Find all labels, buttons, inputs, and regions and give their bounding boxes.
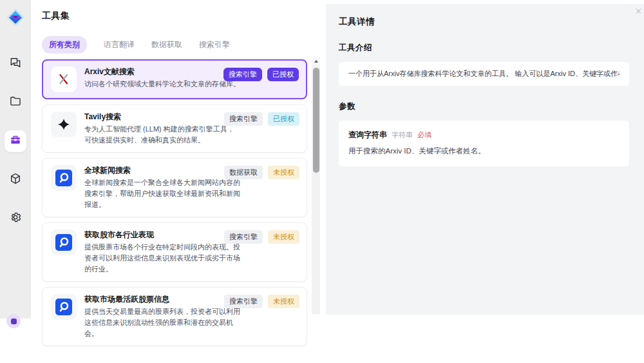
sidebar-nav <box>0 53 31 230</box>
cube-icon <box>9 172 22 188</box>
params-heading: 参数 <box>339 101 629 112</box>
tool-details-panel: 工具详情 工具介绍 一个用于从Arxiv存储库搜索科学论文和文章的工具。 输入可… <box>326 4 644 315</box>
tab-2[interactable]: 数据获取 <box>151 39 182 50</box>
category-tabs: 所有类别语言翻译数据获取搜索引擎 <box>42 36 326 54</box>
tool-description: 全球新闻搜索是一个聚合全球各大新闻网站内容的搜索引擎，帮助用户快速获取全球最新资… <box>84 177 240 210</box>
tool-status-badge: 已授权 <box>267 68 299 81</box>
param-name: 查询字符串 <box>348 130 387 141</box>
tool-status-badge: 未授权 <box>268 295 299 308</box>
q-logo-icon <box>51 294 77 320</box>
toolset-panel: 工具集 所有类别语言翻译数据获取搜索引擎 Arxiv文献搜索 访问各个研究领域大… <box>31 0 326 319</box>
q-logo-icon <box>51 165 77 191</box>
param-card: 查询字符串 字符串 必填 用于搜索的Arxiv ID、关键字或作者姓名。 <box>339 121 629 166</box>
param-description: 用于搜索的Arxiv ID、关键字或作者姓名。 <box>348 146 620 156</box>
scroll-up-arrow-icon[interactable] <box>312 57 320 66</box>
tool-card[interactable]: Arxiv文献搜索 访问各个研究领域大量科学论文和文章的存储库。 搜索引擎 已授… <box>42 59 307 99</box>
param-required-badge: 必填 <box>417 130 431 140</box>
tab-0[interactable]: 所有类别 <box>42 36 87 54</box>
tab-1[interactable]: 语言翻译 <box>104 39 135 50</box>
folder-icon <box>9 95 22 110</box>
tool-card[interactable]: 获取市场最活跃股票信息 提供当天交易量最高的股票列表，投资者可以利用这些信息来识… <box>42 287 307 346</box>
param-type: 字符串 <box>392 130 413 140</box>
tool-card[interactable]: 获取股市各行业表现 提供股票市场各个行业在特定时间段内的表现。投资者可以利用这些… <box>42 222 307 282</box>
toolbox-icon <box>9 133 22 149</box>
tool-description: 提供当天交易量最高的股票列表，投资者可以利用这些信息来识别流动性强的股票和潜在的… <box>84 306 240 339</box>
tool-card[interactable]: 全球新闻搜索 全球新闻搜索是一个聚合全球各大新闻网站内容的搜索引擎，帮助用户快速… <box>42 158 307 217</box>
tool-status-badge: 已授权 <box>268 112 299 126</box>
tool-category-badge: 搜索引擎 <box>223 68 262 81</box>
intro-card: 一个用于从Arxiv存储库搜索科学论文和文章的工具。 输入可以是Arxiv ID… <box>339 62 629 86</box>
sidebar-item-plugins[interactable] <box>5 169 26 191</box>
tool-name: 获取市场最活跃股票信息 <box>84 294 240 304</box>
intro-text: 一个用于从Arxiv存储库搜索科学论文和文章的工具。 输入可以是Arxiv ID… <box>348 69 620 79</box>
tool-description: 提供股票市场各个行业在特定时间段内的表现。投资者可以利用这些信息来识别表现优于或… <box>84 242 240 275</box>
param-item: 查询字符串 字符串 必填 用于搜索的Arxiv ID、关键字或作者姓名。 <box>348 130 620 156</box>
tool-name: Tavily搜索 <box>84 112 240 122</box>
tool-category-badge: 搜索引擎 <box>224 112 263 126</box>
sidebar-item-files[interactable] <box>5 92 26 113</box>
tool-name: 获取股市各行业表现 <box>84 230 240 240</box>
sidebar-item-chat[interactable] <box>5 53 26 75</box>
tool-category-badge: 搜索引擎 <box>224 230 263 244</box>
avatar-glyph <box>11 319 17 324</box>
avatar[interactable] <box>6 314 21 328</box>
tool-list: Arxiv文献搜索 访问各个研究领域大量科学论文和文章的存储库。 搜索引擎 已授… <box>42 59 307 346</box>
app-screen: 工具集 所有类别语言翻译数据获取搜索引擎 Arxiv文献搜索 访问各个研究领域大… <box>0 0 644 363</box>
close-icon[interactable]: ✕ <box>635 6 642 16</box>
tool-status-badge: 未授权 <box>268 166 299 179</box>
sidebar-rail <box>0 0 31 319</box>
tool-description: 专为人工智能代理 (LLM) 构建的搜索引擎工具，可快速提供实时、准确和真实的结… <box>84 124 240 146</box>
arxiv-logo-icon <box>51 66 77 92</box>
chat-icon <box>9 56 22 72</box>
tool-description: 访问各个研究领域大量科学论文和文章的存储库。 <box>84 79 240 90</box>
sidebar-item-settings[interactable] <box>5 208 26 230</box>
scrollbar-thumb[interactable] <box>313 68 319 173</box>
tool-name: Arxiv文献搜索 <box>84 66 240 77</box>
sidebar-item-toolbox[interactable] <box>5 130 26 152</box>
tool-category-badge: 搜索引擎 <box>224 295 263 308</box>
settings-icon <box>9 211 22 226</box>
q-logo-icon <box>51 230 77 255</box>
list-scrollbar[interactable] <box>312 57 320 314</box>
tool-name: 全球新闻搜索 <box>84 165 240 175</box>
tool-card[interactable]: Tavily搜索 专为人工智能代理 (LLM) 构建的搜索引擎工具，可快速提供实… <box>42 104 307 153</box>
app-logo-icon[interactable] <box>6 8 24 26</box>
page-title: 工具集 <box>42 10 326 22</box>
tool-status-badge: 未授权 <box>268 230 299 244</box>
tab-3[interactable]: 搜索引擎 <box>199 39 230 50</box>
sparkle-icon <box>51 112 77 137</box>
tool-category-badge: 数据获取 <box>224 166 263 179</box>
details-title: 工具详情 <box>339 16 629 28</box>
intro-heading: 工具介绍 <box>339 43 629 54</box>
